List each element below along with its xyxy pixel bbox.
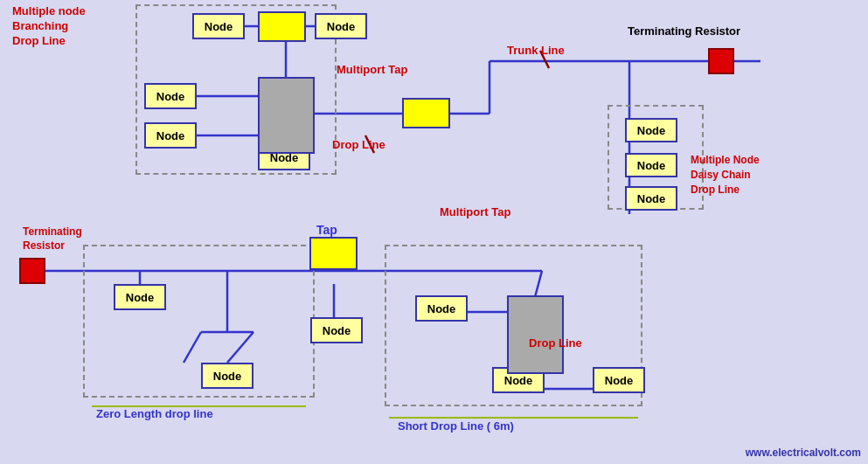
node-9: Node [114,284,166,310]
resistor-left [19,258,45,284]
watermark: www.electricalvolt.com [746,447,861,459]
tap-2 [402,98,450,128]
multiport-tap-1-label: Multiport Tap [337,63,407,76]
node-12: Node [415,295,468,322]
node-3: Node [144,83,197,109]
node-7: Node [625,153,677,177]
tap-1 [258,11,306,42]
node-10: Node [310,317,363,343]
multiport-tap-2-label: Multiport Tap [440,205,510,218]
multi-node-branching-label: Multiple nodeBranchingDrop Line [12,4,86,49]
drop-line-1-label: Drop Line [332,138,385,151]
node-14: Node [593,367,645,393]
diagram: Node Node Node Node Node Node Node Node … [0,0,868,464]
tap-label: Tap [316,223,337,237]
daisy-chain-label: Multiple NodeDaisy ChainDrop Line [691,153,760,197]
terminating-resistor-top-label: Terminating Resistor [628,24,740,38]
zero-length-label: Zero Length drop line [96,407,213,420]
resistor-top-right [708,48,734,74]
node-1: Node [192,13,245,39]
node-6: Node [625,118,677,142]
short-drop-label: Short Drop Line ( 6m) [398,419,514,433]
terminating-resistor-left-label: TerminatingResistor [23,225,82,253]
node-8: Node [625,186,677,211]
trunk-line-label: Trunk Line [507,44,565,57]
drop-line-2-label: Drop Line [529,336,582,350]
node-11: Node [201,363,253,389]
multiport-1 [258,77,315,154]
node-2: Node [315,13,367,39]
node-4: Node [144,122,197,149]
tap-3 [309,237,358,270]
zero-length-group [83,245,315,398]
multiport-2 [507,295,564,374]
